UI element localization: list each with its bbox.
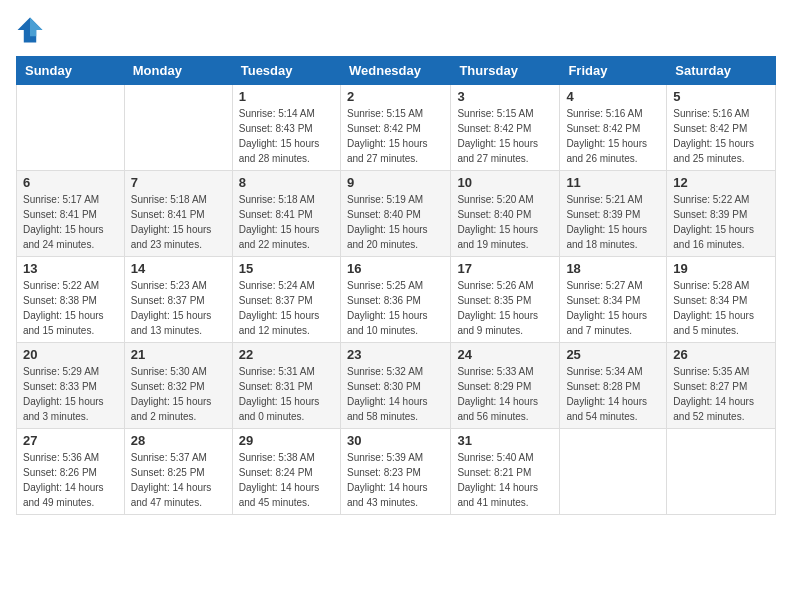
calendar-header-row: SundayMondayTuesdayWednesdayThursdayFrid… [17,57,776,85]
day-number: 27 [23,433,118,448]
day-detail: Sunrise: 5:18 AMSunset: 8:41 PMDaylight:… [131,192,226,252]
calendar-cell: 29 Sunrise: 5:38 AMSunset: 8:24 PMDaylig… [232,429,340,515]
calendar-cell: 11 Sunrise: 5:21 AMSunset: 8:39 PMDaylig… [560,171,667,257]
calendar-table: SundayMondayTuesdayWednesdayThursdayFrid… [16,56,776,515]
page-header [16,16,776,44]
calendar-week-row: 1 Sunrise: 5:14 AMSunset: 8:43 PMDayligh… [17,85,776,171]
calendar-cell: 16 Sunrise: 5:25 AMSunset: 8:36 PMDaylig… [340,257,450,343]
weekday-header: Thursday [451,57,560,85]
svg-marker-1 [30,18,42,37]
logo [16,16,48,44]
day-number: 24 [457,347,553,362]
weekday-header: Wednesday [340,57,450,85]
day-number: 17 [457,261,553,276]
day-detail: Sunrise: 5:15 AMSunset: 8:42 PMDaylight:… [457,106,553,166]
calendar-cell: 31 Sunrise: 5:40 AMSunset: 8:21 PMDaylig… [451,429,560,515]
day-detail: Sunrise: 5:20 AMSunset: 8:40 PMDaylight:… [457,192,553,252]
calendar-cell: 24 Sunrise: 5:33 AMSunset: 8:29 PMDaylig… [451,343,560,429]
day-detail: Sunrise: 5:16 AMSunset: 8:42 PMDaylight:… [673,106,769,166]
calendar-cell: 26 Sunrise: 5:35 AMSunset: 8:27 PMDaylig… [667,343,776,429]
calendar-cell: 5 Sunrise: 5:16 AMSunset: 8:42 PMDayligh… [667,85,776,171]
day-number: 23 [347,347,444,362]
day-number: 28 [131,433,226,448]
calendar-cell: 1 Sunrise: 5:14 AMSunset: 8:43 PMDayligh… [232,85,340,171]
day-number: 6 [23,175,118,190]
calendar-cell: 4 Sunrise: 5:16 AMSunset: 8:42 PMDayligh… [560,85,667,171]
calendar-cell: 12 Sunrise: 5:22 AMSunset: 8:39 PMDaylig… [667,171,776,257]
calendar-cell: 13 Sunrise: 5:22 AMSunset: 8:38 PMDaylig… [17,257,125,343]
day-detail: Sunrise: 5:39 AMSunset: 8:23 PMDaylight:… [347,450,444,510]
day-number: 9 [347,175,444,190]
weekday-header: Friday [560,57,667,85]
day-detail: Sunrise: 5:14 AMSunset: 8:43 PMDaylight:… [239,106,334,166]
calendar-cell: 17 Sunrise: 5:26 AMSunset: 8:35 PMDaylig… [451,257,560,343]
day-number: 19 [673,261,769,276]
day-number: 14 [131,261,226,276]
calendar-cell: 28 Sunrise: 5:37 AMSunset: 8:25 PMDaylig… [124,429,232,515]
day-number: 12 [673,175,769,190]
day-number: 13 [23,261,118,276]
calendar-cell: 23 Sunrise: 5:32 AMSunset: 8:30 PMDaylig… [340,343,450,429]
day-number: 10 [457,175,553,190]
day-detail: Sunrise: 5:36 AMSunset: 8:26 PMDaylight:… [23,450,118,510]
day-number: 30 [347,433,444,448]
day-detail: Sunrise: 5:35 AMSunset: 8:27 PMDaylight:… [673,364,769,424]
calendar-cell: 10 Sunrise: 5:20 AMSunset: 8:40 PMDaylig… [451,171,560,257]
calendar-cell: 15 Sunrise: 5:24 AMSunset: 8:37 PMDaylig… [232,257,340,343]
calendar-cell: 22 Sunrise: 5:31 AMSunset: 8:31 PMDaylig… [232,343,340,429]
day-detail: Sunrise: 5:28 AMSunset: 8:34 PMDaylight:… [673,278,769,338]
day-number: 26 [673,347,769,362]
calendar-cell: 30 Sunrise: 5:39 AMSunset: 8:23 PMDaylig… [340,429,450,515]
day-detail: Sunrise: 5:34 AMSunset: 8:28 PMDaylight:… [566,364,660,424]
calendar-cell: 14 Sunrise: 5:23 AMSunset: 8:37 PMDaylig… [124,257,232,343]
calendar-cell [667,429,776,515]
day-number: 2 [347,89,444,104]
day-number: 3 [457,89,553,104]
calendar-week-row: 13 Sunrise: 5:22 AMSunset: 8:38 PMDaylig… [17,257,776,343]
calendar-week-row: 6 Sunrise: 5:17 AMSunset: 8:41 PMDayligh… [17,171,776,257]
day-detail: Sunrise: 5:27 AMSunset: 8:34 PMDaylight:… [566,278,660,338]
day-detail: Sunrise: 5:19 AMSunset: 8:40 PMDaylight:… [347,192,444,252]
calendar-cell [560,429,667,515]
day-number: 11 [566,175,660,190]
day-detail: Sunrise: 5:37 AMSunset: 8:25 PMDaylight:… [131,450,226,510]
day-detail: Sunrise: 5:38 AMSunset: 8:24 PMDaylight:… [239,450,334,510]
calendar-week-row: 27 Sunrise: 5:36 AMSunset: 8:26 PMDaylig… [17,429,776,515]
weekday-header: Monday [124,57,232,85]
calendar-cell: 18 Sunrise: 5:27 AMSunset: 8:34 PMDaylig… [560,257,667,343]
calendar-cell: 20 Sunrise: 5:29 AMSunset: 8:33 PMDaylig… [17,343,125,429]
day-detail: Sunrise: 5:23 AMSunset: 8:37 PMDaylight:… [131,278,226,338]
calendar-cell: 21 Sunrise: 5:30 AMSunset: 8:32 PMDaylig… [124,343,232,429]
calendar-cell: 2 Sunrise: 5:15 AMSunset: 8:42 PMDayligh… [340,85,450,171]
day-detail: Sunrise: 5:30 AMSunset: 8:32 PMDaylight:… [131,364,226,424]
calendar-cell [124,85,232,171]
day-number: 1 [239,89,334,104]
day-number: 21 [131,347,226,362]
day-number: 22 [239,347,334,362]
day-detail: Sunrise: 5:29 AMSunset: 8:33 PMDaylight:… [23,364,118,424]
calendar-cell: 9 Sunrise: 5:19 AMSunset: 8:40 PMDayligh… [340,171,450,257]
logo-icon [16,16,44,44]
day-detail: Sunrise: 5:33 AMSunset: 8:29 PMDaylight:… [457,364,553,424]
day-detail: Sunrise: 5:40 AMSunset: 8:21 PMDaylight:… [457,450,553,510]
calendar-cell: 7 Sunrise: 5:18 AMSunset: 8:41 PMDayligh… [124,171,232,257]
day-number: 7 [131,175,226,190]
calendar-cell: 8 Sunrise: 5:18 AMSunset: 8:41 PMDayligh… [232,171,340,257]
day-number: 31 [457,433,553,448]
day-number: 18 [566,261,660,276]
day-detail: Sunrise: 5:32 AMSunset: 8:30 PMDaylight:… [347,364,444,424]
calendar-cell [17,85,125,171]
day-detail: Sunrise: 5:22 AMSunset: 8:38 PMDaylight:… [23,278,118,338]
day-number: 25 [566,347,660,362]
day-number: 16 [347,261,444,276]
day-number: 4 [566,89,660,104]
weekday-header: Sunday [17,57,125,85]
calendar-cell: 25 Sunrise: 5:34 AMSunset: 8:28 PMDaylig… [560,343,667,429]
day-detail: Sunrise: 5:18 AMSunset: 8:41 PMDaylight:… [239,192,334,252]
day-number: 29 [239,433,334,448]
calendar-week-row: 20 Sunrise: 5:29 AMSunset: 8:33 PMDaylig… [17,343,776,429]
day-number: 5 [673,89,769,104]
day-number: 20 [23,347,118,362]
day-detail: Sunrise: 5:31 AMSunset: 8:31 PMDaylight:… [239,364,334,424]
weekday-header: Tuesday [232,57,340,85]
